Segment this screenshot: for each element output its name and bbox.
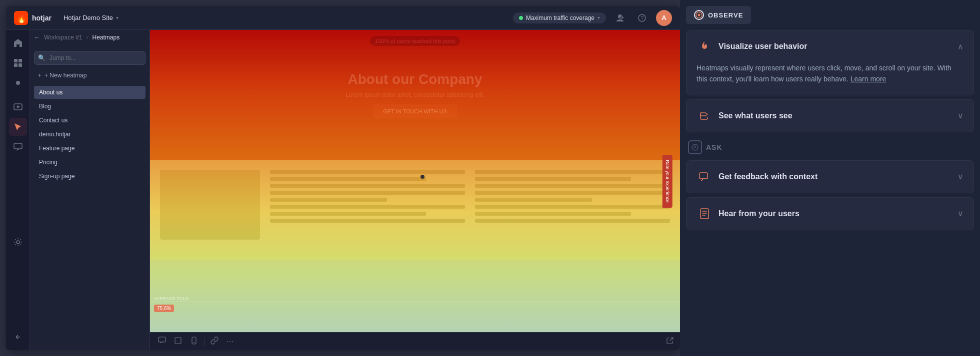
feedback-header[interactable]: Get feedback with context ∨ — [686, 161, 974, 193]
pages-panel: 🔍 + + New heatmap About usBlogContact us… — [30, 47, 150, 350]
feedback-chevron: ∨ — [958, 172, 964, 181]
sidebar-nav-icons — [6, 30, 30, 350]
visualize-body: Heatmaps visually represent where users … — [686, 62, 974, 95]
svg-marker-10 — [17, 105, 20, 108]
svg-text:?: ? — [641, 15, 644, 21]
help-button[interactable]: ? — [634, 10, 650, 26]
app-window: 🔥 hotjar Hotjar Demo Site ▾ Maximum traf… — [6, 6, 680, 350]
site-name: Hotjar Demo Site — [64, 14, 113, 21]
heatmap-overlay — [150, 30, 680, 332]
search-icon: 🔍 — [38, 54, 46, 61]
breadcrumb: ← Workspace #1 › Heatmaps — [30, 30, 150, 47]
survey-header[interactable]: Hear from your users ∨ — [686, 198, 974, 230]
hotjar-logo: 🔥 hotjar — [14, 11, 52, 25]
survey-title: Hear from your users — [718, 209, 952, 218]
back-icon[interactable]: ← — [34, 34, 40, 41]
breadcrumb-separator: › — [86, 34, 88, 41]
visualize-card: Visualize user behavior ∧ Heatmaps visua… — [686, 30, 974, 95]
site-selector[interactable]: Hotjar Demo Site ▾ — [60, 12, 122, 23]
logo-text: hotjar — [32, 14, 52, 22]
nav-icon-collapse[interactable] — [9, 328, 27, 346]
survey-card: Hear from your users ∨ — [686, 197, 974, 230]
toolbar-more-icon[interactable]: ⋯ — [224, 336, 236, 348]
new-heatmap-button[interactable]: + + New heatmap — [34, 69, 146, 82]
sidebar-page-item[interactable]: Feature page — [34, 142, 146, 155]
visualize-header[interactable]: Visualize user behavior ∧ — [686, 30, 974, 62]
sidebar-page-item[interactable]: demo.hotjar — [34, 128, 146, 141]
svg-rect-13 — [158, 337, 166, 342]
ask-section-label: ? ASK — [686, 136, 974, 156]
main-content: ← Workspace #1 › Heatmaps 🔍 + + New heat… — [6, 30, 680, 350]
nav-icon-play[interactable] — [9, 98, 27, 116]
sidebar-page-item[interactable]: Sign-up page — [34, 170, 146, 183]
right-panel: OBSERVE Visualize user behavior ∧ Heatma… — [680, 0, 980, 356]
visualize-title: Visualize user behavior — [718, 42, 952, 51]
heatmap-viewport: 100% of users reached this point About o… — [150, 30, 680, 350]
see-title: See what users see — [718, 111, 952, 120]
traffic-chevron: ▾ — [598, 15, 600, 20]
traffic-badge: Maximum traffic coverage ▾ — [513, 12, 606, 23]
average-fold-label: AVERAGE FOLD — [154, 296, 188, 301]
panel-tab-bar: OBSERVE — [686, 6, 974, 24]
see-chevron: ∨ — [958, 111, 964, 120]
ask-icon: ? — [688, 140, 702, 154]
pages-list: About usBlogContact usdemo.hotjarFeature… — [34, 86, 146, 183]
site-dropdown-chevron: ▾ — [116, 15, 118, 20]
search-input[interactable] — [34, 51, 146, 65]
sidebar-page-item[interactable]: Pricing — [34, 156, 146, 169]
nav-icon-chat[interactable] — [9, 138, 27, 156]
nav-icon-home[interactable] — [9, 34, 27, 52]
new-heatmap-label: + New heatmap — [44, 72, 86, 79]
top-bar-right: Maximum traffic coverage ▾ ? A — [513, 10, 672, 26]
sidebar-page-item[interactable]: Blog — [34, 100, 146, 113]
see-header[interactable]: See what users see ∨ — [686, 100, 974, 132]
percentage-badge: 75.6% — [154, 305, 174, 312]
visualize-body-text: Heatmaps visually represent where users … — [696, 64, 952, 83]
see-card: See what users see ∨ — [686, 99, 974, 132]
sidebar-page-item[interactable]: About us — [34, 86, 146, 99]
visualize-chevron: ∧ — [958, 42, 964, 51]
svg-point-8 — [16, 81, 20, 85]
nav-icon-settings[interactable] — [9, 233, 27, 251]
heatmap-bottom-toolbar: ⋯ — [150, 332, 680, 350]
toolbar-external-link-icon[interactable] — [666, 337, 674, 346]
svg-point-16 — [194, 342, 194, 343]
nav-icon-cursor[interactable] — [9, 118, 27, 136]
heatmap-image-container: 100% of users reached this point About o… — [150, 30, 680, 332]
toolbar-separator — [204, 338, 204, 346]
average-fold-line — [150, 302, 680, 302]
svg-point-18 — [698, 14, 700, 16]
toolbar-comment-icon[interactable] — [156, 335, 168, 348]
avatar-initials: A — [662, 14, 666, 21]
user-avatar[interactable]: A — [656, 10, 672, 26]
svg-rect-11 — [14, 143, 22, 149]
sidebar-page-item[interactable]: Contact us — [34, 114, 146, 127]
feedback-icon — [696, 169, 712, 185]
sidebar: ← Workspace #1 › Heatmaps 🔍 + + New heat… — [30, 30, 150, 350]
svg-rect-5 — [18, 59, 22, 62]
survey-icon — [696, 206, 712, 222]
observe-tab-icon — [694, 10, 704, 20]
svg-rect-22 — [700, 209, 708, 219]
feedback-tab[interactable]: Rate your experience — [662, 155, 672, 208]
svg-text:?: ? — [694, 145, 696, 150]
top-bar: 🔥 hotjar Hotjar Demo Site ▾ Maximum traf… — [6, 6, 680, 30]
add-user-button[interactable] — [612, 10, 628, 26]
toolbar-link-icon[interactable] — [208, 335, 220, 348]
section-label: Heatmaps — [92, 34, 120, 41]
svg-rect-14 — [175, 338, 181, 344]
toolbar-mobile-icon[interactable] — [188, 335, 200, 348]
svg-rect-4 — [14, 59, 18, 62]
flame-icon — [696, 38, 712, 54]
nav-icon-dot[interactable] — [9, 74, 27, 92]
learn-more-link[interactable]: Learn more — [850, 75, 886, 83]
survey-chevron: ∨ — [958, 209, 964, 218]
nav-icon-heatmap[interactable] — [9, 54, 27, 72]
observe-tab[interactable]: OBSERVE — [686, 6, 751, 24]
svg-rect-21 — [700, 173, 708, 179]
cursor-dot — [420, 175, 424, 179]
observe-tab-label: OBSERVE — [708, 11, 743, 19]
new-heatmap-icon: + — [38, 72, 42, 79]
traffic-dot — [519, 16, 523, 20]
toolbar-box-icon[interactable] — [172, 335, 184, 348]
